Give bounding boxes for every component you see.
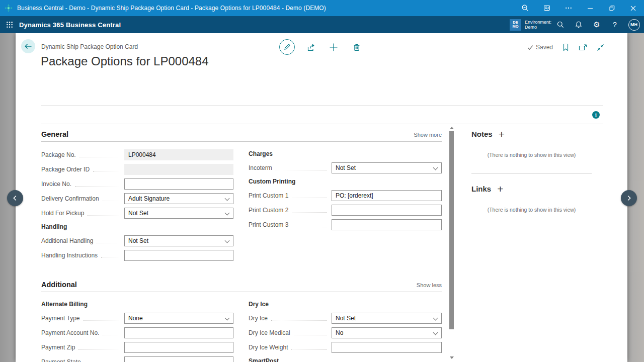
environment-badge[interactable]: DE MO [510, 19, 521, 31]
dropdown-value: No [336, 329, 343, 336]
field-dropdown[interactable]: Not Set [332, 162, 442, 173]
dotted-leader [97, 239, 119, 243]
section-title: Additional [41, 281, 77, 289]
add-note-button[interactable]: + [499, 130, 505, 138]
share-button[interactable] [303, 39, 318, 55]
back-button[interactable] [21, 39, 35, 53]
field-input[interactable] [332, 342, 442, 353]
field-dry-ice-weight: Dry Ice Weight [249, 342, 442, 353]
field-label: Hold For Pickup [41, 210, 84, 217]
field-value-readonly: LP000484 [124, 149, 233, 160]
dropdown-value: Not Set [336, 164, 356, 171]
dotted-leader [292, 194, 327, 198]
field-dropdown[interactable]: Not Set [332, 313, 442, 324]
field-dry-ice: Dry IceNot Set [249, 313, 442, 324]
group-header-charges: Charges [249, 150, 442, 157]
next-record-button[interactable] [621, 190, 637, 206]
new-plus-button[interactable] [326, 39, 341, 55]
product-name[interactable]: Dynamics 365 Business Central [19, 21, 121, 29]
field-additional-handling: Additional HandlingNot Set [41, 235, 233, 246]
page-actions [279, 39, 364, 55]
field-dropdown[interactable]: No [332, 327, 442, 338]
notes-empty-message: (There is nothing to show in this view) [471, 152, 592, 158]
show-toggle-link[interactable]: Show less [417, 282, 442, 288]
chevron-down-icon [225, 238, 230, 243]
chevron-down-icon [225, 316, 230, 321]
delete-trash-button[interactable] [349, 39, 364, 55]
field-label: Additional Handling [41, 237, 93, 244]
waffle-menu-icon[interactable] [0, 21, 19, 28]
previous-record-button[interactable] [7, 190, 23, 206]
page-content: GeneralShow morePackage No.LP000484Packa… [16, 124, 627, 362]
app-navbar: Dynamics 365 Business Central DE MO Envi… [0, 16, 644, 33]
field-input[interactable] [124, 342, 233, 353]
show-toggle-link[interactable]: Show more [414, 132, 442, 138]
field-input[interactable] [124, 250, 233, 261]
bookmark-icon[interactable] [562, 43, 569, 51]
field-package-order-id: Package Order ID [41, 164, 233, 175]
dotted-leader [84, 316, 120, 321]
field-input[interactable] [124, 327, 233, 338]
chevron-down-icon [433, 316, 438, 321]
notifications-bell-icon[interactable] [570, 16, 588, 33]
scroll-up-arrow-icon[interactable] [450, 127, 454, 129]
info-icon[interactable]: i [592, 111, 600, 119]
search-icon[interactable] [551, 16, 570, 33]
environment-info: Environment: Demo [525, 20, 551, 30]
field-input[interactable] [332, 190, 442, 201]
field-input[interactable] [332, 219, 442, 230]
field-label: Package No. [41, 151, 76, 158]
links-title: Links [471, 185, 491, 193]
field-dry-ice-medical: Dry Ice MedicalNo [249, 327, 442, 338]
edit-pencil-button[interactable] [279, 39, 295, 55]
tab-search-icon[interactable] [536, 0, 557, 16]
section-title: General [41, 130, 68, 138]
field-input[interactable] [124, 178, 233, 190]
card-page: Dynamic Ship Package Option Card Package… [16, 33, 627, 362]
field-label: Dry Ice [249, 315, 268, 322]
dotted-leader [85, 360, 119, 362]
dotted-leader [88, 211, 119, 216]
dropdown-value: Not Set [336, 315, 356, 322]
add-link-button[interactable]: + [497, 185, 503, 193]
chevron-down-icon [225, 211, 230, 216]
business-central-app-icon [0, 4, 17, 12]
minimize-icon[interactable] [579, 0, 601, 16]
section-columns: Alternate BillingPayment TypeNonePayment… [41, 292, 442, 362]
collapse-icon[interactable] [597, 44, 604, 51]
window-title: Business Central - Demo - Dynamic Ship P… [17, 5, 326, 12]
help-icon[interactable]: ? [606, 16, 624, 33]
dotted-leader [103, 197, 119, 201]
field-label: Package Order ID [41, 166, 90, 173]
section-additional: AdditionalShow lessAlternate BillingPaym… [41, 281, 442, 362]
field-label: Payment Account No. [41, 329, 99, 336]
restore-icon[interactable] [601, 0, 622, 16]
field-input[interactable] [332, 205, 442, 216]
scroll-down-arrow-icon[interactable] [450, 356, 454, 359]
field-column-1: Package No.LP000484Package Order IDInvoi… [41, 149, 233, 264]
field-dropdown[interactable]: Not Set [124, 235, 233, 246]
field-print-custom-1: Print Custom 1 [249, 190, 442, 201]
field-dropdown[interactable]: None [124, 313, 233, 324]
dotted-leader [292, 208, 327, 213]
more-options-icon[interactable] [557, 0, 579, 16]
dotted-leader [103, 331, 119, 335]
links-empty-message: (There is nothing to show in this view) [471, 207, 592, 213]
field-label: Print Custom 3 [249, 221, 288, 228]
chevron-down-icon [433, 165, 438, 170]
chevron-down-icon [225, 196, 230, 201]
dotted-leader [75, 182, 119, 187]
field-incoterm: IncotermNot Set [249, 162, 442, 173]
field-column-1: Alternate BillingPayment TypeNonePayment… [41, 300, 233, 362]
vertical-scrollbar[interactable] [448, 125, 455, 361]
scrollbar-thumb[interactable] [449, 131, 454, 329]
zoom-out-icon[interactable] [514, 0, 536, 16]
user-avatar[interactable]: MH [624, 19, 644, 31]
close-icon[interactable] [622, 0, 644, 16]
field-input[interactable] [124, 356, 233, 362]
field-invoice-no: Invoice No. [41, 178, 233, 190]
field-dropdown[interactable]: Adult Signature [124, 193, 233, 204]
open-in-window-icon[interactable] [579, 44, 587, 51]
settings-gear-icon[interactable]: ⚙ [588, 16, 606, 33]
field-dropdown[interactable]: Not Set [124, 208, 233, 219]
